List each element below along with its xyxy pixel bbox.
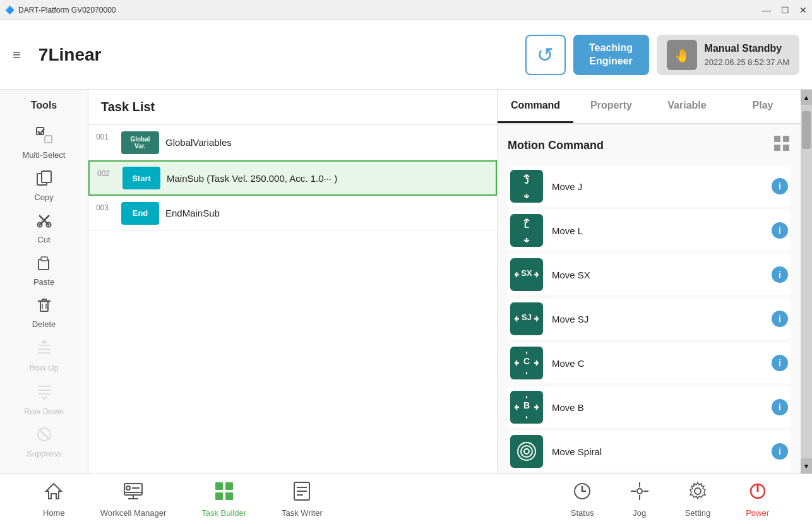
- move-c-icon: C: [510, 347, 543, 379]
- nav-home[interactable]: Home: [25, 476, 83, 523]
- right-scrollbar[interactable]: ▲ ▼: [801, 90, 812, 473]
- tool-paste[interactable]: Paste: [6, 249, 82, 292]
- svg-text:SJ: SJ: [522, 313, 532, 322]
- task-row-num: 003: [96, 201, 121, 212]
- task-writer-nav-label: Task Writer: [282, 508, 323, 518]
- move-j-label: Move J: [552, 181, 763, 192]
- power-nav-label: Power: [746, 508, 769, 518]
- svg-text:🤚: 🤚: [674, 48, 690, 63]
- status-text: Manual Standby 2022.06.25 8:52:37 AM: [705, 41, 789, 69]
- svg-point-56: [695, 488, 701, 494]
- nav-workcell-manager[interactable]: Workcell Manager: [83, 476, 184, 523]
- move-l-icon: L: [510, 214, 543, 247]
- svg-rect-3: [45, 136, 52, 143]
- task-row-label: MainSub (Task Vel. 250.000, Acc. 1.0··· …: [167, 173, 337, 184]
- app-icon: 🔷: [5, 6, 15, 15]
- nav-jog[interactable]: Jog: [612, 476, 667, 523]
- setting-icon: [688, 481, 708, 506]
- minimize-button[interactable]: —: [762, 5, 771, 15]
- move-l-label: Move L: [552, 225, 763, 236]
- scroll-up-button[interactable]: ▲: [801, 90, 812, 105]
- command-item-move-spiral[interactable]: Move Spirali: [508, 431, 791, 472]
- nav-power[interactable]: Power: [728, 476, 787, 523]
- move-sx-label: Move SX: [552, 270, 763, 280]
- move-c-label: Move C: [552, 358, 763, 369]
- task-badge-start: Start: [122, 167, 160, 189]
- status-label: Manual Standby: [705, 41, 789, 56]
- copy-icon: [36, 170, 52, 190]
- command-item-move-sj[interactable]: SJMove SJi: [508, 299, 791, 339]
- paste-label: Paste: [33, 277, 54, 287]
- close-button[interactable]: ✕: [799, 5, 807, 15]
- svg-rect-43: [225, 482, 233, 490]
- move-spiral-info-button[interactable]: i: [772, 443, 788, 460]
- grid-icon[interactable]: [773, 134, 791, 156]
- move-j-info-button[interactable]: i: [772, 178, 788, 194]
- tab-command[interactable]: Command: [498, 90, 573, 123]
- app-title: 7Linear: [39, 45, 513, 65]
- tool-copy[interactable]: Copy: [6, 165, 82, 207]
- titlebar: 🔷 DART-Platform GV02070000 — ☐ ✕: [0, 0, 812, 20]
- svg-point-51: [637, 489, 642, 494]
- svg-text:B: B: [523, 400, 530, 410]
- scroll-thumb[interactable]: [802, 111, 811, 149]
- header: ≡ 7Linear ↺ Teaching Engineer 🤚 Manual S…: [0, 20, 812, 90]
- task-row[interactable]: 001Global Var.GlobalVariables: [88, 125, 497, 160]
- status-time: 2022.06.25 8:52:37 AM: [705, 56, 789, 69]
- move-sx-icon: SX: [510, 258, 543, 291]
- command-item-move-l[interactable]: LMove Li: [508, 210, 791, 251]
- home-nav-label: Home: [43, 508, 65, 518]
- refresh-button[interactable]: ↺: [525, 35, 566, 75]
- maximize-button[interactable]: ☐: [781, 5, 789, 15]
- tool-multi-select[interactable]: Multi-Select: [6, 121, 82, 165]
- status-area: 🤚 Manual Standby 2022.06.25 8:52:37 AM: [657, 35, 799, 75]
- tools-panel: Tools Multi-SelectCopyCutPasteDeleteRow …: [0, 90, 88, 473]
- move-sx-info-button[interactable]: i: [772, 266, 788, 283]
- right-content: Motion Command JMove JiLMove LiSXMove SX…: [498, 124, 801, 473]
- tab-property[interactable]: Property: [573, 90, 649, 123]
- nav-setting[interactable]: Setting: [667, 476, 728, 523]
- nav-task-builder[interactable]: Task Builder: [184, 476, 264, 523]
- right-tabs: CommandPropertyVariablePlay: [498, 90, 801, 124]
- move-c-info-button[interactable]: i: [772, 355, 788, 371]
- svg-rect-24: [783, 136, 789, 142]
- row-down-icon: [35, 383, 53, 404]
- command-item-move-sx[interactable]: SXMove SXi: [508, 254, 791, 295]
- move-b-icon: B: [510, 391, 543, 424]
- delete-label: Delete: [32, 319, 56, 329]
- move-b-info-button[interactable]: i: [772, 399, 788, 415]
- copy-label: Copy: [34, 193, 53, 202]
- svg-rect-23: [774, 136, 780, 142]
- paste-icon: [36, 254, 52, 275]
- tools-title: Tools: [31, 100, 57, 111]
- commands-list: JMove JiLMove LiSXMove SXiSJMove SJiCMov…: [508, 166, 791, 472]
- move-l-info-button[interactable]: i: [772, 222, 788, 239]
- delete-icon: [36, 297, 52, 317]
- tool-cut[interactable]: Cut: [6, 207, 82, 249]
- tool-delete[interactable]: Delete: [6, 292, 82, 334]
- svg-rect-44: [215, 492, 223, 500]
- task-row[interactable]: 003EndEndMainSub: [88, 196, 497, 231]
- svg-text:C: C: [523, 356, 530, 366]
- tasklist-header: Task List: [88, 90, 497, 125]
- nav-right: StatusJogSettingPower: [553, 476, 787, 523]
- nav-status[interactable]: Status: [553, 476, 612, 523]
- tool-row-up: Row Up: [6, 334, 82, 378]
- bottom-nav: HomeWorkcell ManagerTask BuilderTask Wri…: [0, 473, 812, 524]
- command-item-move-b[interactable]: BMove Bi: [508, 387, 791, 427]
- command-item-move-c[interactable]: CMove Ci: [508, 343, 791, 383]
- task-badge-end: End: [121, 202, 159, 225]
- nav-task-writer[interactable]: Task Writer: [264, 476, 340, 523]
- scroll-down-button[interactable]: ▼: [801, 458, 812, 473]
- multi-select-icon: [35, 126, 53, 148]
- titlebar-title: DART-Platform GV02070000: [18, 6, 116, 15]
- tab-play[interactable]: Play: [725, 90, 801, 123]
- task-row[interactable]: 002StartMainSub (Task Vel. 250.000, Acc.…: [88, 160, 497, 196]
- move-sj-info-button[interactable]: i: [772, 311, 788, 327]
- svg-rect-25: [774, 145, 780, 151]
- teaching-engineer-button[interactable]: Teaching Engineer: [573, 35, 649, 75]
- hamburger-menu[interactable]: ≡: [13, 47, 21, 63]
- tab-variable[interactable]: Variable: [649, 90, 725, 123]
- command-item-move-j[interactable]: JMove Ji: [508, 166, 791, 206]
- status-icon: [572, 481, 592, 506]
